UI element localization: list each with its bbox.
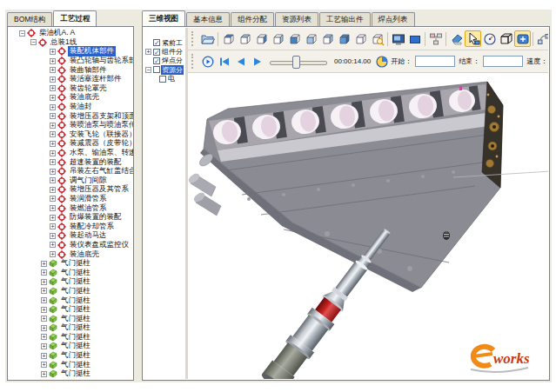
right-tab-6[interactable]: 焊点列表 [372, 12, 415, 26]
expand-icon[interactable]: + [41, 325, 47, 331]
right-tab-3[interactable]: 组件分配 [231, 12, 274, 26]
expand-icon[interactable]: + [50, 76, 56, 83]
screen-blue-icon[interactable] [406, 30, 423, 47]
expand-icon[interactable]: + [50, 58, 56, 64]
step-back-icon[interactable] [232, 53, 249, 70]
expand-icon[interactable]: + [41, 343, 47, 349]
layer-item[interactable]: ✓焊点分 [144, 56, 185, 65]
expand-icon[interactable]: + [41, 288, 47, 294]
pan-view-icon[interactable] [514, 30, 531, 47]
wire-box-icon[interactable] [498, 30, 514, 47]
layer-item[interactable]: 电 [144, 75, 185, 83]
expand-icon[interactable]: + [50, 251, 56, 257]
expand-icon[interactable]: + [41, 261, 47, 267]
view-bottom-icon[interactable] [319, 30, 336, 47]
view-front-icon[interactable] [286, 30, 303, 47]
view-iso-icon[interactable] [220, 30, 237, 47]
expand-icon[interactable]: + [50, 196, 56, 202]
expand-icon[interactable]: + [50, 150, 56, 156]
engine-block [188, 82, 503, 292]
cube-wire-icon[interactable] [352, 30, 369, 47]
viewport-3d[interactable]: works [188, 73, 548, 379]
end-input[interactable] [483, 56, 523, 67]
expand-icon[interactable]: + [41, 307, 47, 313]
expand-icon[interactable]: + [41, 297, 47, 303]
snapshot-icon[interactable] [390, 30, 406, 47]
layer-item[interactable]: +✓组件分 [144, 47, 185, 56]
collapse-icon[interactable]: − [30, 39, 37, 45]
zoom-fit-icon[interactable] [369, 30, 385, 47]
expand-icon[interactable]: + [50, 113, 56, 119]
skip-start-icon[interactable] [216, 53, 232, 70]
hierarchy-icon[interactable] [427, 30, 444, 47]
operation-icon [57, 250, 66, 259]
expand-icon[interactable]: + [50, 141, 56, 147]
expand-icon[interactable]: + [50, 85, 56, 91]
clock-icon[interactable] [373, 53, 390, 70]
expand-icon[interactable]: + [50, 104, 56, 110]
expand-icon[interactable]: + [41, 269, 47, 276]
expand-icon[interactable]: + [50, 187, 56, 193]
replay-icon[interactable] [199, 53, 216, 70]
expand-icon[interactable]: + [145, 49, 151, 55]
left-tab-1[interactable]: BOM结构 [7, 12, 52, 26]
gauge-icon[interactable] [481, 30, 498, 47]
view-top-icon[interactable] [237, 30, 253, 47]
expand-icon[interactable]: + [41, 279, 47, 285]
expand-icon[interactable]: + [50, 49, 56, 55]
expand-icon[interactable]: + [50, 67, 56, 73]
cube-solid-icon[interactable] [336, 30, 352, 47]
collapse-icon[interactable]: − [19, 30, 25, 37]
toolbar-grip[interactable] [191, 31, 196, 46]
select-entity-icon[interactable] [465, 30, 481, 47]
expand-icon[interactable]: + [41, 316, 47, 322]
layer-checkbox[interactable]: ✓ [153, 57, 160, 64]
expand-icon[interactable]: + [41, 371, 47, 377]
operation-icon [57, 56, 66, 65]
link-path-icon[interactable] [535, 30, 548, 47]
expand-icon[interactable]: + [41, 353, 47, 359]
expand-icon[interactable]: + [50, 205, 56, 211]
layer-checkbox[interactable]: ✓ [153, 39, 160, 46]
operation-icon [57, 195, 66, 203]
playback-toolbar: 00:00:14.00 开始： 结束： 速度： 1: [188, 50, 548, 73]
expand-icon[interactable]: + [50, 95, 56, 101]
collapse-icon[interactable]: − [145, 67, 151, 73]
operation-icon [57, 185, 66, 194]
view-back-icon[interactable] [303, 30, 319, 47]
layer-item[interactable]: ✓紧前工 [144, 38, 185, 47]
part-icon [49, 277, 57, 286]
bom-tree-item[interactable]: +气门挺柱 [8, 369, 133, 379]
toolbar-grip[interactable] [191, 54, 196, 69]
right-tab-5[interactable]: 工艺输出件 [319, 12, 371, 26]
layer-checkbox[interactable]: ✓ [153, 49, 160, 56]
layer-item[interactable]: −资源分 [144, 65, 185, 74]
expand-icon[interactable]: + [50, 177, 56, 183]
expand-icon[interactable]: + [50, 123, 56, 129]
layer-checkbox[interactable] [159, 76, 166, 83]
view-right-icon[interactable] [270, 30, 286, 47]
right-tab-1[interactable]: 三维视图 [142, 10, 185, 26]
expand-icon[interactable]: + [50, 215, 56, 221]
open-file-icon[interactable] [199, 30, 216, 47]
left-tab-2[interactable]: 工艺过程 [53, 10, 97, 26]
right-tabstrip: 三维视图基本信息组件分配资源列表工艺输出件焊点列表 [142, 11, 416, 26]
timeline-slider[interactable] [268, 55, 329, 68]
expand-icon[interactable]: + [50, 159, 56, 165]
slider-thumb[interactable] [292, 56, 300, 69]
operation-icon [57, 84, 66, 93]
right-tab-2[interactable]: 基本信息 [186, 12, 230, 26]
expand-icon[interactable]: + [50, 131, 56, 137]
layer-checkbox[interactable] [153, 66, 160, 73]
start-input[interactable] [415, 56, 455, 67]
expand-icon[interactable]: + [50, 233, 56, 239]
right-tab-4[interactable]: 资源列表 [275, 12, 318, 26]
eraser-icon[interactable] [448, 30, 465, 47]
expand-icon[interactable]: + [41, 334, 47, 340]
expand-icon[interactable]: + [50, 242, 56, 248]
expand-icon[interactable]: + [50, 169, 56, 175]
expand-icon[interactable]: + [50, 223, 56, 229]
play-icon[interactable] [249, 53, 265, 70]
view-left-icon[interactable] [253, 30, 270, 47]
expand-icon[interactable]: + [41, 362, 47, 368]
